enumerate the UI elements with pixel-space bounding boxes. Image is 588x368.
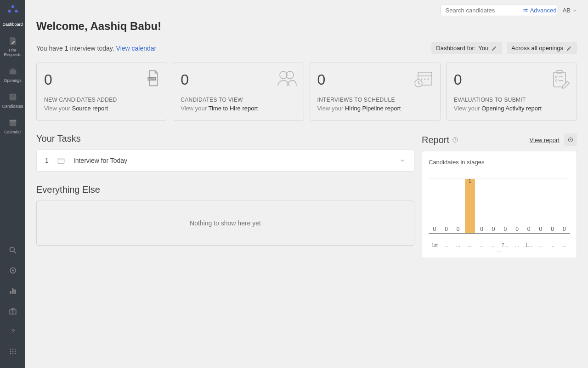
sidebar-item-label: Hire Requests	[2, 48, 23, 57]
x-tick-label: …	[452, 243, 464, 248]
advanced-search-link[interactable]: Advanced	[523, 7, 557, 14]
view-report-link[interactable]: View report	[529, 137, 560, 144]
card-sublink[interactable]: View your Hiring Pipeline report	[317, 105, 433, 112]
bar-value-label: 0	[480, 226, 483, 232]
candidates-stages-chart: 000100000000	[429, 178, 570, 243]
svg-point-39	[421, 79, 422, 80]
bar-value-label: 0	[527, 226, 531, 232]
people-icon	[275, 69, 297, 87]
help-icon: ?	[8, 327, 17, 336]
dashboard-for-filter[interactable]: Dashboard for: You	[431, 42, 502, 54]
bar-value-label: 0	[457, 226, 460, 232]
x-tick-label: …	[511, 243, 523, 248]
bar-value-label: 0	[563, 226, 566, 232]
clipboard-edit-icon	[551, 69, 570, 89]
sidebar-item-calendar[interactable]: Calendar	[0, 113, 25, 139]
svg-point-0	[11, 5, 14, 8]
x-tick-label: 1st	[429, 243, 441, 248]
page-title: Welcome, Aashiq Babu!	[36, 20, 577, 33]
bar-value-label: 0	[504, 226, 507, 232]
gift-icon	[8, 306, 17, 316]
stat-card-interviews-schedule[interactable]: 0 INTERVIEWS TO SCHEDULE View your Hirin…	[310, 63, 441, 121]
search-box[interactable]: Advanced	[441, 5, 557, 16]
task-row[interactable]: 1 Interview for Today	[36, 150, 414, 172]
x-tick-label: 7…	[499, 243, 511, 248]
help-circle-icon[interactable]: ?	[452, 137, 458, 143]
x-tick-label: …	[476, 243, 488, 248]
svg-point-24	[12, 353, 13, 355]
svg-point-46	[555, 80, 557, 81]
svg-point-40	[424, 79, 425, 80]
report-settings-button[interactable]	[564, 133, 577, 146]
chevron-down-icon	[572, 8, 577, 13]
svg-point-22	[14, 351, 16, 352]
svg-point-25	[14, 353, 16, 355]
openings-scope-filter[interactable]: Across all openings	[507, 42, 577, 54]
card-label: NEW CANDIDATES ADDED	[44, 97, 159, 103]
report-title: Report	[422, 135, 449, 145]
svg-point-21	[12, 351, 13, 352]
user-menu[interactable]: AB	[563, 7, 577, 14]
sliders-icon	[523, 8, 528, 13]
sidebar-apps[interactable]	[0, 342, 25, 362]
gear-icon	[8, 266, 17, 275]
x-tick-label: 1…	[523, 243, 535, 248]
sidebar-item-label: Calendar	[4, 130, 21, 134]
card-label: INTERVIEWS TO SCHEDULE	[317, 97, 433, 103]
search-icon	[8, 246, 17, 255]
interview-summary: You have 1 interview today. View calenda…	[36, 45, 156, 52]
view-calendar-link[interactable]: View calendar	[116, 45, 157, 52]
tasks-title: Your Tasks	[36, 133, 414, 144]
card-label: EVALUATIONS TO SUBMIT	[454, 97, 569, 103]
svg-point-1	[8, 10, 11, 12]
sidebar-item-candidates[interactable]: Candidates	[0, 87, 25, 113]
stat-card-evaluations[interactable]: 0 EVALUATIONS TO SUBMIT View your Openin…	[446, 63, 577, 121]
stat-card-candidates-view[interactable]: 0 CANDIDATES TO VIEW View your Time to H…	[173, 63, 304, 121]
sidebar-help[interactable]: ?	[0, 322, 25, 342]
svg-point-7	[10, 247, 14, 252]
report-panel: Candidates in stages 000100000000 1st…………	[422, 151, 577, 258]
calendar-icon	[57, 156, 65, 165]
sidebar-item-openings[interactable]: Openings	[0, 62, 25, 87]
card-sublink[interactable]: View your Time to Hire report	[181, 105, 296, 112]
user-initials: AB	[563, 7, 571, 14]
sidebar-item-hire-requests[interactable]: Hire Requests	[0, 31, 25, 62]
x-tick-label: …	[558, 243, 570, 248]
stat-card-new-candidates[interactable]: 0 NEW NEW CANDIDATES ADDED View your Sou…	[36, 63, 167, 121]
sidebar-item-dashboard[interactable]: Dashboard	[0, 17, 25, 31]
bar-value-label: 0	[551, 226, 554, 232]
sidebar-settings[interactable]	[0, 261, 25, 282]
sidebar-gifts[interactable]	[0, 302, 25, 322]
bar-chart-icon	[8, 286, 17, 295]
sidebar-item-label: Dashboard	[2, 22, 23, 27]
svg-rect-6	[9, 120, 16, 122]
task-count: 1	[45, 157, 49, 164]
svg-point-44	[555, 76, 557, 78]
card-label: CANDIDATES TO VIEW	[181, 97, 296, 103]
card-sublink[interactable]: View your Source report	[44, 105, 159, 112]
svg-point-17	[10, 349, 11, 350]
svg-point-18	[12, 349, 13, 350]
x-tick-label: …	[464, 243, 476, 248]
sidebar-search[interactable]	[0, 241, 25, 261]
svg-point-10	[11, 270, 13, 271]
search-input[interactable]	[446, 7, 523, 14]
svg-rect-43	[557, 70, 562, 73]
svg-rect-13	[14, 290, 16, 294]
svg-point-20	[10, 351, 11, 352]
chevron-down-icon	[399, 157, 406, 164]
svg-point-4	[11, 95, 14, 98]
person-card-icon	[8, 92, 18, 102]
sidebar-reports[interactable]	[0, 282, 25, 302]
sidebar: Dashboard Hire Requests Openings Candida…	[0, 0, 25, 368]
card-sublink[interactable]: View your Opening Activity report	[454, 105, 569, 112]
svg-point-28	[524, 9, 525, 10]
chart-bar	[465, 179, 475, 233]
svg-rect-11	[10, 291, 11, 294]
file-new-icon: NEW	[147, 69, 160, 87]
x-tick-label: …	[535, 243, 547, 248]
x-tick-label: …	[487, 243, 499, 248]
svg-text:?: ?	[11, 328, 14, 335]
svg-text:NEW: NEW	[148, 77, 155, 80]
svg-text:?: ?	[454, 138, 456, 141]
